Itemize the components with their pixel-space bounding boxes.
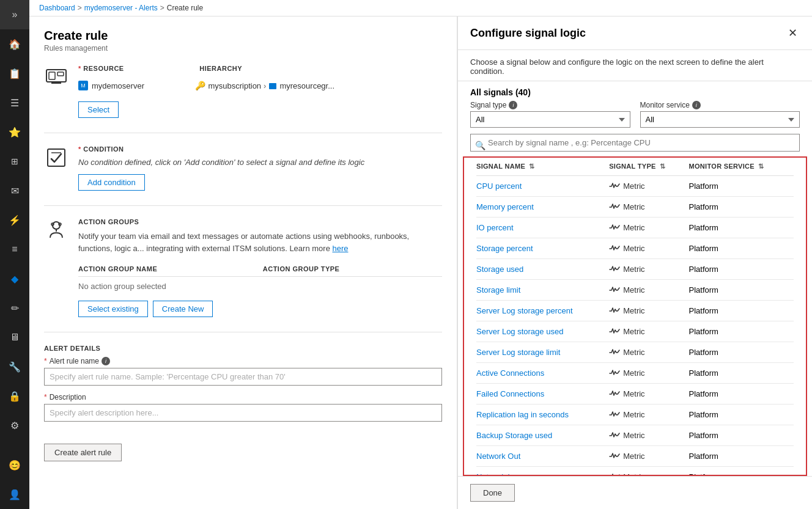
signal-type-text: Metric [623,327,644,336]
sidebar-icon-menu[interactable]: ☰ [0,88,29,117]
select-resource-button[interactable]: Select [78,101,119,118]
signal-type-cell: Metric [609,431,685,440]
signal-panel-description: Choose a signal below and configure the … [458,50,812,81]
search-icon: 🔍 [475,141,485,150]
signal-monitor-text: Platform [689,342,794,363]
sidebar-expand-button[interactable]: » [0,0,29,29]
signal-table: SIGNAL NAME ⇅ SIGNAL TYPE ⇅ MONITOR SERV… [476,158,794,476]
signal-name-link[interactable]: Server Log storage limit [476,348,560,357]
signal-name-link[interactable]: Backup Storage used [476,431,552,440]
signal-name-link[interactable]: Storage percent [476,244,533,253]
signal-name-link[interactable]: Active Connections [476,368,544,378]
sidebar-icon-monitor[interactable]: 🖥 [0,323,29,352]
signal-monitor-text: Platform [689,425,794,446]
col-monitor-service: MONITOR SERVICE ⇅ [689,158,794,176]
monitor-service-sort-icon[interactable]: ⇅ [758,163,764,170]
add-condition-button[interactable]: Add condition [78,174,145,191]
sidebar-icon-grid[interactable]: ⊞ [0,147,29,176]
alert-details-label: ALERT DETAILS [44,345,442,352]
sidebar-icon-dashboard[interactable]: 📋 [0,59,29,88]
signals-count: All signals (40) [458,81,812,101]
select-existing-button[interactable]: Select existing [78,301,148,317]
breadcrumb-alerts[interactable]: mydemoserver - Alerts [84,4,158,12]
signal-name-link[interactable]: CPU percent [476,181,522,191]
sidebar-icon-lightning[interactable]: ⚡ [0,205,29,235]
done-button[interactable]: Done [470,484,515,502]
signal-monitor-text: Platform [689,218,794,238]
action-groups-desc: Notify your team via email and text mess… [78,230,442,254]
sidebar-icon-user[interactable]: 👤 [0,480,29,509]
col-signal-type: SIGNAL TYPE ⇅ [609,158,688,176]
signal-name-link[interactable]: IO percent [476,223,514,232]
sidebar-icon-home[interactable]: 🏠 [0,29,29,59]
signal-type-select[interactable]: All Metric Log Activity Log [470,111,630,128]
signal-type-cell: Metric [609,452,685,461]
action-groups-section: ACTION GROUPS Notify your team via email… [44,205,442,317]
breadcrumb-sep-2: > [160,4,164,12]
main-wrapper: Dashboard > mydemoserver - Alerts > Crea… [29,0,812,509]
breadcrumb-sep-1: > [78,4,82,12]
metric-wave-icon [609,389,620,398]
signal-name-link[interactable]: Network Out [476,452,520,461]
svg-rect-4 [269,83,276,89]
signal-table-row: Replication lag in seconds Metric Platfo… [476,405,794,425]
breadcrumb-dashboard[interactable]: Dashboard [39,4,75,12]
resource-db-icon: M [78,81,88,90]
sidebar-icon-diamond[interactable]: ◆ [0,264,29,293]
sidebar-icon-smiley[interactable]: 😊 [0,450,29,480]
signal-name-link[interactable]: Replication lag in seconds [476,410,569,419]
signal-table-row: Storage limit Metric Platform [476,280,794,301]
sidebar-icon-favorites[interactable]: ⭐ [0,117,29,147]
signal-name-link[interactable]: Server Log storage used [476,327,563,336]
signal-table-row: Server Log storage limit Metric Platform [476,342,794,363]
sidebar-icon-mail[interactable]: ✉ [0,176,29,205]
signal-type-cell: Metric [609,285,685,295]
signal-name-link[interactable]: Memory percent [476,202,534,211]
signal-type-cell: Metric [609,244,685,253]
signal-type-cell: Metric [609,181,685,191]
signal-table-wrap: SIGNAL NAME ⇅ SIGNAL TYPE ⇅ MONITOR SERV… [463,156,807,476]
svg-rect-1 [49,72,55,79]
sidebar-icon-list[interactable]: ≡ [0,235,29,264]
condition-icon [44,147,68,173]
sidebar-icon-lock[interactable]: 🔒 [0,381,29,411]
signal-type-sort-icon[interactable]: ⇅ [660,163,665,170]
no-group-selected: No action group selected [78,277,442,296]
create-new-button[interactable]: Create New [153,301,213,317]
signal-monitor-text: Platform [689,197,794,218]
signal-name-link[interactable]: Storage used [476,265,523,274]
signal-name-sort-icon[interactable]: ⇅ [529,163,534,170]
sidebar-icon-tools[interactable]: 🔧 [0,352,29,381]
alert-desc-label: * Description [44,393,442,401]
signal-name-link[interactable]: Server Log storage percent [476,306,573,315]
action-groups-content: ACTION GROUPS Notify your team via email… [78,218,442,317]
signal-panel-close-button[interactable]: ✕ [786,24,800,42]
sidebar-icon-edit[interactable]: ✏ [0,293,29,323]
page-subtitle: Rules management [44,44,442,53]
signal-type-text: Metric [623,265,644,274]
alert-desc-input[interactable] [44,404,442,422]
condition-label: * CONDITION [78,145,442,153]
signal-table-row: Server Log storage percent Metric Platfo… [476,301,794,321]
alert-name-input[interactable] [44,368,442,386]
signal-monitor-text: Platform [689,280,794,301]
signal-table-row: Failed Connections Metric Platform [476,384,794,405]
signal-type-cell: Metric [609,348,685,357]
signal-type-cell: Metric [609,265,685,274]
signal-name-link[interactable]: Failed Connections [476,389,544,398]
monitor-service-select[interactable]: All Platform Application Insights [640,111,800,128]
signal-table-row: Active Connections Metric Platform [476,363,794,384]
resource-section: * RESOURCE HIERARCHY M mydemoserver [44,65,442,118]
metric-wave-icon [609,181,620,191]
signal-table-row: Network Out Metric Platform [476,446,794,467]
signal-search-input[interactable] [470,134,800,152]
sidebar-icon-settings[interactable]: ⚙ [0,411,29,440]
learn-more-link[interactable]: here [332,244,348,253]
signal-type-cell: Metric [609,223,685,232]
metric-wave-icon [609,285,620,295]
create-alert-button[interactable]: Create alert rule [44,444,122,461]
signal-monitor-text: Platform [689,321,794,342]
signal-name-link[interactable]: Storage limit [476,285,520,295]
signal-monitor-text: Platform [689,259,794,280]
signal-type-text: Metric [623,431,644,440]
